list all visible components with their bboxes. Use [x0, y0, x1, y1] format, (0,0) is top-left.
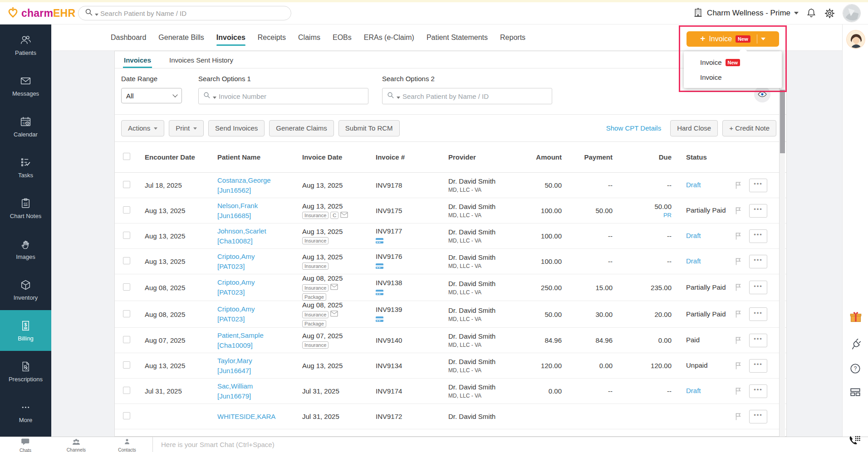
show-cpt-details-link[interactable]: Show CPT Details	[606, 124, 661, 132]
flag-icon[interactable]	[727, 387, 749, 396]
subnav-item-invoices[interactable]: Invoices	[216, 26, 245, 49]
tab-invoices[interactable]: Invoices	[123, 52, 152, 68]
patient-name-link[interactable]: Criptoo,Amy	[217, 304, 293, 314]
credit-note-button[interactable]: + Credit Note	[722, 120, 776, 136]
print-button[interactable]: Print	[169, 120, 204, 136]
row-checkbox[interactable]	[123, 310, 130, 317]
row-checkbox[interactable]	[123, 361, 130, 369]
flag-icon[interactable]	[727, 310, 749, 319]
subnav-item-eobs[interactable]: EOBs	[333, 26, 352, 49]
practice-selector[interactable]: Charm Wellness - Prime	[693, 7, 799, 19]
global-patient-search[interactable]	[78, 6, 291, 20]
subnav-item-reports[interactable]: Reports	[500, 26, 525, 49]
patient-filter-input[interactable]	[402, 92, 547, 100]
status-badge[interactable]: Draft	[686, 232, 701, 239]
row-checkbox[interactable]	[123, 283, 130, 291]
flag-icon[interactable]	[727, 206, 749, 215]
patient-id-link[interactable]: [PAT023]	[217, 262, 293, 272]
row-actions-menu-button[interactable]: •••	[749, 255, 767, 268]
actions-button[interactable]: Actions	[121, 120, 164, 136]
chevron-down-icon[interactable]	[761, 38, 765, 40]
flag-icon[interactable]	[727, 412, 749, 421]
subnav-item-eras-e-claim[interactable]: ERAs (e-Claim)	[364, 26, 414, 49]
notifications-bell-icon[interactable]	[806, 8, 817, 19]
patient-name-link[interactable]: Taylor,Mary	[217, 356, 293, 366]
subnav-item-receipts[interactable]: Receipts	[258, 26, 286, 49]
menu-item-invoice-new[interactable]: InvoiceNew	[684, 55, 782, 70]
row-actions-menu-button[interactable]: •••	[749, 359, 767, 373]
patient-id-link[interactable]: [Jun16562]	[217, 185, 293, 195]
patient-id-link[interactable]: [Cha10009]	[217, 340, 293, 350]
patient-name-link[interactable]: Criptoo,Amy	[217, 277, 293, 287]
select-all-checkbox[interactable]	[123, 153, 130, 160]
subnav-item-claims[interactable]: Claims	[298, 26, 320, 49]
row-checkbox[interactable]	[123, 206, 130, 214]
sidebar-item-patients[interactable]: Patients	[0, 24, 51, 65]
sidebar-item-billing[interactable]: $Billing	[0, 310, 51, 351]
status-badge[interactable]: Draft	[686, 181, 701, 189]
patient-id-link[interactable]: [Jun16679]	[217, 391, 293, 401]
status-badge[interactable]: Draft	[686, 257, 701, 265]
sidebar-item-tasks[interactable]: Tasks	[0, 147, 51, 188]
sidebar-item-calendar[interactable]: 12Calendar	[0, 106, 51, 147]
help-icon[interactable]: ?	[849, 363, 862, 375]
row-actions-menu-button[interactable]: •••	[749, 384, 767, 398]
generate-claims-button[interactable]: Generate Claims	[269, 120, 334, 136]
row-actions-menu-button[interactable]: •••	[749, 229, 767, 243]
hard-close-button[interactable]: Hard Close	[670, 120, 718, 136]
phone-dialer-icon[interactable]	[848, 434, 861, 448]
flag-icon[interactable]	[727, 181, 749, 190]
menu-item-invoice[interactable]: Invoice	[684, 70, 782, 85]
status-badge[interactable]: Draft	[686, 387, 701, 394]
scrollbar-thumb[interactable]	[780, 90, 785, 153]
gift-icon[interactable]	[849, 311, 862, 323]
row-checkbox[interactable]	[123, 232, 130, 239]
row-actions-menu-button[interactable]: •••	[749, 204, 767, 218]
user-avatar[interactable]	[843, 4, 861, 22]
patient-name-link[interactable]: Nelson,Frank	[217, 201, 293, 211]
row-actions-menu-button[interactable]: •••	[749, 334, 767, 347]
patient-search-input[interactable]	[100, 10, 284, 17]
sidebar-item-messages[interactable]: Messages	[0, 65, 51, 106]
row-actions-menu-button[interactable]: •••	[749, 281, 767, 294]
row-checkbox[interactable]	[123, 387, 130, 394]
sidebar-item-inventory[interactable]: Inventory	[0, 269, 51, 310]
row-actions-menu-button[interactable]: •••	[749, 179, 767, 192]
patient-name-link[interactable]: Costanza,George	[217, 175, 293, 185]
chatbar-item-channels[interactable]: Channels	[51, 437, 102, 452]
patient-id-link[interactable]: [Jun16647]	[217, 366, 293, 376]
patient-name-link[interactable]: Criptoo,Amy	[217, 252, 293, 262]
invoice-number-input[interactable]	[219, 92, 363, 100]
subnav-item-patient-statements[interactable]: Patient Statements	[427, 26, 488, 49]
sidebar-item-chart-notes[interactable]: CCChart Notes	[0, 188, 51, 228]
patient-id-link[interactable]: [Cha10082]	[217, 236, 293, 246]
patient-id-link[interactable]: [PAT023]	[217, 314, 293, 324]
submit-to-rcm-button[interactable]: Submit To RCM	[338, 120, 400, 136]
smart-chat-input[interactable]	[153, 437, 868, 452]
flag-icon[interactable]	[727, 283, 749, 292]
flag-icon[interactable]	[727, 361, 749, 370]
sidebar-item-images[interactable]: Images	[0, 228, 51, 269]
patient-name-link[interactable]: Johnson,Scarlet	[217, 226, 293, 236]
assistant-avatar[interactable]	[846, 30, 865, 49]
flag-icon[interactable]	[727, 257, 749, 266]
settings-gear-icon[interactable]	[824, 8, 835, 19]
search-scope-caret-icon[interactable]	[213, 97, 216, 99]
disconnect-icon[interactable]	[849, 338, 862, 350]
new-invoice-split-button[interactable]: + Invoice New	[687, 31, 779, 47]
row-checkbox[interactable]	[123, 336, 130, 343]
date-range-select[interactable]: All	[121, 88, 182, 103]
flag-icon[interactable]	[727, 336, 749, 345]
search-scope-caret-icon[interactable]	[95, 14, 98, 16]
patient-id-link[interactable]: [PAT023]	[217, 287, 293, 297]
row-checkbox[interactable]	[123, 257, 130, 264]
row-actions-menu-button[interactable]: •••	[749, 307, 767, 321]
send-invoices-button[interactable]: Send Invoices	[208, 120, 265, 136]
row-checkbox[interactable]	[123, 412, 130, 419]
chatbar-item-chats[interactable]: Chats	[0, 437, 51, 452]
tab-invoices-sent-history[interactable]: Invoices Sent History	[168, 52, 234, 68]
subnav-item-generate-bills[interactable]: Generate Bills	[158, 26, 204, 49]
flag-icon[interactable]	[727, 232, 749, 241]
row-actions-menu-button[interactable]: •••	[749, 410, 767, 423]
patient-name-link[interactable]: Patient,Sample	[217, 330, 293, 340]
